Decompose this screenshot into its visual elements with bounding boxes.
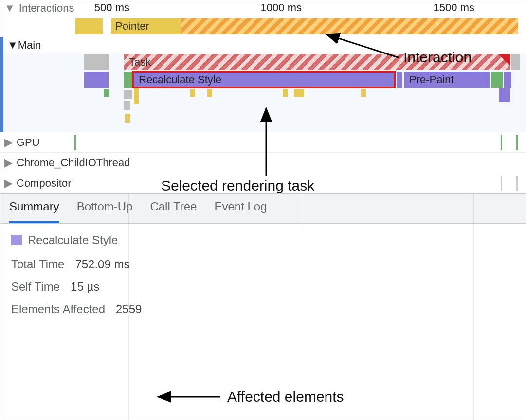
tab-bottom-up[interactable]: Bottom-Up [77,200,133,217]
self-time-label: Self Time [11,280,60,294]
sliver[interactable] [516,176,518,191]
grey-bar[interactable] [124,90,132,99]
elements-affected-label: Elements Affected [11,302,105,316]
ruler-tick: 1000 ms [261,1,306,14]
summary-panel: Recalculate Style Total Time 752.09 ms S… [0,224,526,334]
chevron-right-icon: ▶ [4,136,13,149]
interactions-lane[interactable]: Pointer [0,15,526,37]
interaction-long-bar[interactable] [181,18,518,34]
ruler-tick: 1500 ms [434,1,478,14]
grey-bar[interactable] [124,101,130,110]
tab-event-log[interactable]: Event Log [214,200,267,217]
tiny-bar[interactable] [294,89,299,97]
track-label-interactions: Interactions [19,2,74,15]
tiny-bar[interactable] [207,89,212,97]
track-label-childio: Chrome_ChildIOThread [17,157,130,169]
chevron-right-icon: ▶ [4,177,13,190]
sliver[interactable] [74,135,76,150]
sliver[interactable] [516,135,518,150]
tiny-bar[interactable] [361,89,366,97]
green-bar[interactable] [491,72,503,88]
long-task-indicator-icon [499,54,510,66]
pre-paint-bar[interactable]: Pre-Paint [404,72,490,88]
annotation-affected-elements: Affected elements [227,388,344,405]
self-time-value: 15 µs [71,280,99,294]
summary-title: Recalculate Style [28,233,118,247]
childio-track[interactable]: ▶ Chrome_ChildIOThread [0,153,526,173]
color-swatch [11,235,22,245]
gpu-track[interactable]: ▶ GPU [0,132,526,153]
tiny-bar[interactable] [104,89,109,97]
tiny-bar[interactable] [125,114,130,122]
chevron-right-icon: ▶ [4,157,13,169]
interaction-stub[interactable] [75,18,103,34]
tab-summary[interactable]: Summary [9,200,59,223]
total-time-label: Total Time [11,258,64,271]
task-label: Task [129,56,151,69]
task-bar-end[interactable] [511,54,520,70]
purple-bar[interactable] [397,72,402,88]
task-bar-small[interactable] [84,54,109,70]
pointer-label: Pointer [115,20,149,33]
purple-bar[interactable] [504,72,511,88]
track-label-main: Main [18,39,41,52]
chevron-down-icon: ▼ [4,2,15,15]
chevron-down-icon: ▼ [7,39,18,52]
sliver[interactable] [501,135,502,150]
time-ruler: ▼ Interactions 500 ms 1000 ms 1500 ms [0,0,526,15]
track-label-gpu: GPU [17,136,40,149]
task-bar-long[interactable]: Task [124,54,510,70]
ruler-tick: 500 ms [94,1,133,14]
purple-bar[interactable] [499,88,510,102]
details-tabs: Summary Bottom-Up Call Tree Event Log [0,193,526,224]
selection-highlight [132,71,396,88]
style-bar-small[interactable] [84,72,109,88]
track-label-compositor: Compositor [17,177,71,190]
tiny-bar[interactable] [190,89,195,97]
tiny-bar[interactable] [299,89,304,97]
main-thread-track[interactable]: ▼ Main Task Recalculate Style Pre-Paint [0,37,526,132]
tiny-bar[interactable] [283,89,288,97]
sliver[interactable] [501,176,502,191]
total-time-value: 752.09 ms [75,258,129,271]
tab-call-tree[interactable]: Call Tree [150,200,197,217]
elements-affected-value: 2559 [116,302,142,316]
prepaint-label: Pre-Paint [409,73,454,86]
pointer-interaction-bar[interactable]: Pointer [111,18,181,34]
green-bar[interactable] [124,72,132,88]
compositor-track[interactable]: ▶ Compositor [0,173,526,193]
